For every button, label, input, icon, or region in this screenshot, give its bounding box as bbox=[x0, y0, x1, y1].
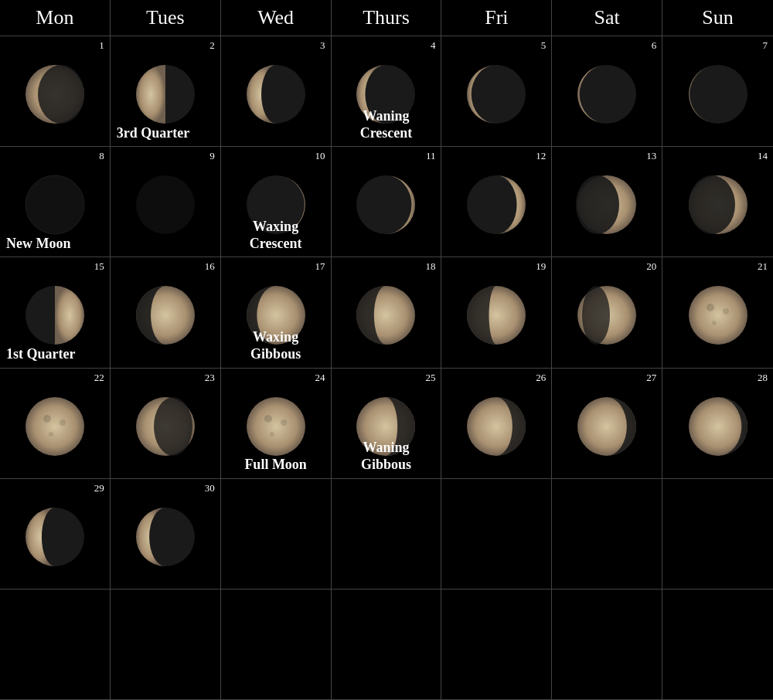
day-number: 8 bbox=[99, 150, 104, 162]
calendar-day-30: 30 bbox=[111, 479, 221, 590]
calendar-empty bbox=[552, 590, 662, 700]
moon-phase-waxing_gibbous_med bbox=[683, 170, 753, 240]
calendar-empty bbox=[662, 479, 773, 590]
svg-point-37 bbox=[281, 420, 287, 426]
calendar-empty bbox=[221, 590, 332, 700]
day-number: 29 bbox=[94, 482, 104, 494]
day-number: 26 bbox=[536, 372, 546, 384]
calendar-empty bbox=[441, 590, 552, 700]
day-number: 16 bbox=[205, 260, 215, 273]
phase-label: WaningCrescent bbox=[332, 108, 441, 141]
moon-phase-waning_crescent_thinnest bbox=[683, 59, 753, 129]
svg-point-25 bbox=[689, 286, 747, 345]
svg-point-31 bbox=[60, 420, 66, 426]
phase-label: WaxingCrescent bbox=[221, 219, 331, 252]
svg-point-30 bbox=[43, 415, 51, 423]
calendar-empty bbox=[332, 590, 442, 700]
day-number: 30 bbox=[205, 482, 215, 494]
calendar-day-6: 6 bbox=[552, 36, 662, 147]
day-number: 7 bbox=[763, 39, 768, 52]
svg-point-35 bbox=[247, 397, 305, 456]
day-number: 12 bbox=[536, 150, 546, 162]
header-sat: Sat bbox=[552, 0, 662, 36]
moon-phase-waning_crescent_thin bbox=[461, 59, 531, 129]
moon-phase-third_quarter bbox=[131, 59, 200, 129]
calendar-day-3: 3 bbox=[221, 36, 332, 147]
day-number: 2 bbox=[209, 39, 215, 52]
moon-phase-waxing_gibbous_full bbox=[572, 280, 642, 350]
calendar-day-12: 12 bbox=[441, 147, 552, 257]
calendar-empty bbox=[552, 479, 662, 590]
calendar-day-15: 15 1st Quarter bbox=[0, 257, 111, 368]
calendar-day-4: 4 WaningCrescent bbox=[332, 36, 442, 147]
phase-label: Full Moon bbox=[221, 457, 331, 474]
calendar-day-29: 29 bbox=[0, 479, 111, 590]
calendar-day-10: 10 WaxingCrescent bbox=[221, 147, 332, 257]
calendar-day-19: 19 bbox=[441, 257, 552, 368]
svg-point-38 bbox=[270, 432, 274, 437]
calendar-day-27: 27 bbox=[552, 369, 662, 479]
calendar-empty bbox=[221, 479, 332, 590]
day-number: 1 bbox=[99, 39, 104, 52]
header-tues: Tues bbox=[111, 0, 221, 36]
moon-phase-waning_crescent_thinner bbox=[572, 59, 642, 129]
calendar-day-20: 20 bbox=[552, 257, 662, 368]
day-number: 22 bbox=[94, 372, 104, 384]
calendar-day-9: 9 bbox=[111, 147, 221, 257]
svg-point-10 bbox=[136, 175, 195, 234]
svg-point-28 bbox=[712, 321, 717, 325]
moon-phase-waxing_gibbous_small bbox=[572, 170, 642, 240]
header-wed: Wed bbox=[221, 0, 332, 36]
moon-phase-first_quarter bbox=[20, 280, 90, 350]
calendar-day-22: 22 bbox=[0, 369, 111, 479]
day-number: 25 bbox=[425, 372, 435, 384]
moon-phase-waning_gibbous_xsmall bbox=[683, 392, 753, 461]
moon-phase-third_quarter_waning bbox=[20, 502, 90, 572]
moon-phase-waning_crescent_late bbox=[20, 59, 90, 129]
calendar-empty bbox=[0, 590, 111, 700]
calendar-day-14: 14 bbox=[662, 147, 773, 257]
moon-phase-waning_gibbous_med bbox=[461, 392, 531, 461]
calendar-grid: 1 2 3rd Quarter3 4 bbox=[0, 36, 773, 700]
day-number: 27 bbox=[646, 372, 656, 384]
svg-point-8 bbox=[26, 175, 84, 234]
moon-phase-waning_gibbous_small bbox=[572, 392, 642, 461]
calendar-day-23: 23 bbox=[111, 369, 221, 479]
moon-phase-new_moon_dark bbox=[131, 170, 200, 240]
day-number: 20 bbox=[646, 260, 656, 273]
svg-point-36 bbox=[264, 415, 272, 423]
svg-point-26 bbox=[707, 304, 714, 311]
day-number: 17 bbox=[315, 260, 325, 273]
header-thurs: Thurs bbox=[332, 0, 442, 36]
phase-label: 1st Quarter bbox=[6, 346, 75, 363]
day-number: 13 bbox=[646, 150, 656, 162]
moon-phase-new_moon bbox=[20, 170, 90, 240]
svg-point-27 bbox=[723, 308, 729, 314]
calendar-day-13: 13 bbox=[552, 147, 662, 257]
day-number: 15 bbox=[94, 260, 104, 273]
day-number: 11 bbox=[426, 150, 436, 162]
day-number: 10 bbox=[315, 150, 325, 162]
moon-calendar: MonTuesWedThursFriSatSun 1 2 3rd Quarter… bbox=[0, 0, 773, 700]
day-number: 23 bbox=[205, 372, 215, 384]
day-number: 28 bbox=[758, 372, 768, 384]
header-fri: Fri bbox=[441, 0, 552, 36]
header-mon: Mon bbox=[0, 0, 111, 36]
calendar-empty bbox=[441, 479, 552, 590]
svg-point-24 bbox=[582, 286, 610, 345]
day-number: 21 bbox=[758, 260, 768, 273]
svg-point-17 bbox=[689, 175, 735, 234]
day-number: 5 bbox=[541, 39, 547, 52]
calendar-header: MonTuesWedThursFriSatSun bbox=[0, 0, 773, 36]
svg-point-29 bbox=[26, 397, 84, 456]
svg-point-32 bbox=[49, 432, 53, 437]
day-number: 6 bbox=[652, 39, 657, 52]
svg-point-15 bbox=[576, 175, 619, 234]
calendar-empty bbox=[332, 479, 442, 590]
moon-phase-full_moon bbox=[683, 280, 753, 350]
svg-point-1 bbox=[38, 65, 84, 124]
moon-phase-waxing_gibbous_xlarge bbox=[461, 280, 531, 350]
calendar-day-1: 1 bbox=[0, 36, 111, 147]
day-number: 24 bbox=[315, 372, 325, 384]
phase-label: New Moon bbox=[6, 236, 71, 253]
